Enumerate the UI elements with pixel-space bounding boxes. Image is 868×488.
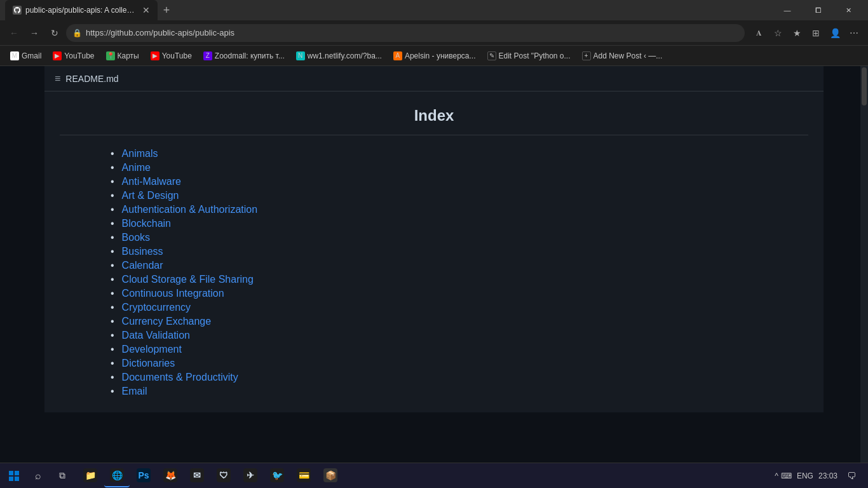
address-bar[interactable]: 🔒 https://github.com/public-apis/public-… bbox=[66, 24, 745, 42]
index-link-5[interactable]: Blockchain bbox=[122, 218, 171, 229]
maximize-button[interactable]: ⧠ bbox=[803, 0, 832, 20]
list-item: Books bbox=[111, 232, 808, 243]
taskbar-search-button[interactable]: ⌕ bbox=[27, 464, 50, 487]
taskbar-apps: 📁🌐Ps🦊✉🛡✈🐦💳📦 bbox=[78, 464, 343, 487]
start-button[interactable] bbox=[3, 464, 25, 487]
taskbar-app-chrome[interactable]: 🌐 bbox=[104, 464, 130, 487]
index-link-11[interactable]: Cryptocurrency bbox=[122, 302, 191, 313]
active-tab[interactable]: public-apis/public-apis: A collec... ✕ bbox=[5, 0, 158, 20]
notification-button[interactable]: 🗨 bbox=[843, 467, 860, 485]
taskbar-app-box[interactable]: 📦 bbox=[318, 464, 343, 487]
title-bar: public-apis/public-apis: A collec... ✕ +… bbox=[0, 0, 868, 20]
taskbar-app-file-explorer[interactable]: 📁 bbox=[78, 464, 103, 487]
back-button[interactable]: ← bbox=[5, 24, 23, 42]
list-item: Email bbox=[111, 386, 808, 397]
list-item: Documents & Productivity bbox=[111, 372, 808, 383]
index-link-15[interactable]: Dictionaries bbox=[122, 358, 175, 369]
list-item: Animals bbox=[111, 148, 808, 159]
index-link-1[interactable]: Anime bbox=[122, 162, 151, 173]
bookmark-label-addnew: Add New Post ‹ —... bbox=[593, 51, 663, 60]
readme-list-icon: ≡ bbox=[55, 73, 60, 85]
index-link-14[interactable]: Development bbox=[122, 344, 182, 355]
bookmark-maps[interactable]: 📍Карты bbox=[101, 48, 144, 64]
bookmark-icon-addnew: + bbox=[582, 51, 591, 60]
bookmark-zoodmall[interactable]: ZZoodmall: купить т... bbox=[198, 48, 290, 64]
bookmark-icon-maps: 📍 bbox=[106, 51, 115, 60]
index-link-10[interactable]: Continuous Integration bbox=[122, 288, 224, 299]
index-link-17[interactable]: Email bbox=[122, 386, 147, 397]
scrollbar[interactable] bbox=[860, 66, 868, 463]
bookmark-icon-youtube1: ▶ bbox=[53, 51, 62, 60]
nav-actions: 𝐀 ☆ ★ ⊞ 👤 ⋯ bbox=[750, 24, 863, 42]
index-link-0[interactable]: Animals bbox=[122, 148, 158, 159]
scrollbar-thumb[interactable] bbox=[862, 67, 867, 105]
bookmark-icon-gmail: M bbox=[10, 51, 19, 60]
index-link-2[interactable]: Anti-Malware bbox=[122, 176, 181, 187]
list-item: Development bbox=[111, 344, 808, 355]
keyboard-icon: ⌨ bbox=[781, 471, 792, 480]
favorites-add-button[interactable]: ☆ bbox=[769, 24, 787, 42]
bookmark-youtube2[interactable]: ▶YouTube bbox=[146, 48, 197, 64]
bookmark-netlify[interactable]: Nww1.netlify.com/?ba... bbox=[291, 48, 387, 64]
taskbar-clock[interactable]: 23:03 bbox=[818, 471, 837, 480]
bookmark-icon-youtube2: ▶ bbox=[151, 51, 159, 60]
readme-header: ≡ README.md bbox=[44, 66, 824, 92]
refresh-button[interactable]: ↻ bbox=[46, 24, 64, 42]
index-link-8[interactable]: Calendar bbox=[122, 260, 163, 271]
app-icon-box: 📦 bbox=[323, 468, 337, 482]
index-link-7[interactable]: Business bbox=[122, 246, 163, 257]
reader-mode-button[interactable]: 𝐀 bbox=[750, 24, 768, 42]
tab-favicon bbox=[13, 6, 22, 15]
taskbar-app-shield[interactable]: 🛡 bbox=[211, 464, 236, 487]
bookmark-label-gmail: Gmail bbox=[22, 51, 41, 60]
main-content: ≡ README.md Index AnimalsAnimeAnti-Malwa… bbox=[0, 66, 868, 463]
taskbar-app-mail[interactable]: ✉ bbox=[184, 464, 210, 487]
lock-icon: 🔒 bbox=[72, 29, 82, 37]
index-link-6[interactable]: Books bbox=[122, 232, 150, 243]
list-item: Dictionaries bbox=[111, 358, 808, 369]
taskbar-app-photoshop[interactable]: Ps bbox=[131, 464, 156, 487]
bookmark-apelsin[interactable]: AApelsin - универса... bbox=[388, 48, 481, 64]
bookmark-icon-editpost: ✎ bbox=[487, 51, 496, 60]
taskbar-app-twitter[interactable]: 🐦 bbox=[264, 464, 290, 487]
index-heading: Index bbox=[60, 107, 808, 125]
close-button[interactable]: ✕ bbox=[834, 0, 863, 20]
index-link-3[interactable]: Art & Design bbox=[122, 190, 179, 201]
taskbar-app-telegram[interactable]: ✈ bbox=[238, 464, 263, 487]
bookmark-label-youtube2: YouTube bbox=[162, 51, 192, 60]
tab-title: public-apis/public-apis: A collec... bbox=[25, 6, 136, 15]
index-link-4[interactable]: Authentication & Authorization bbox=[122, 204, 257, 215]
address-text: https://github.com/public-apis/public-ap… bbox=[86, 28, 738, 37]
minimize-button[interactable]: — bbox=[773, 0, 802, 20]
app-icon-firefox: 🦊 bbox=[163, 468, 177, 482]
settings-button[interactable]: ⋯ bbox=[845, 24, 863, 42]
task-view-button[interactable]: ⧉ bbox=[51, 464, 74, 487]
index-link-9[interactable]: Cloud Storage & File Sharing bbox=[122, 274, 254, 285]
bookmark-addnew[interactable]: +Add New Post ‹ —... bbox=[577, 48, 668, 64]
index-link-13[interactable]: Data Validation bbox=[122, 330, 190, 341]
index-divider bbox=[60, 135, 808, 135]
taskbar-app-firefox[interactable]: 🦊 bbox=[158, 464, 183, 487]
favorites-button[interactable]: ★ bbox=[788, 24, 806, 42]
bookmark-youtube1[interactable]: ▶YouTube bbox=[48, 48, 99, 64]
app-icon-photoshop: Ps bbox=[137, 468, 151, 482]
forward-button[interactable]: → bbox=[25, 24, 43, 42]
list-item: Anti-Malware bbox=[111, 176, 808, 187]
index-link-16[interactable]: Documents & Productivity bbox=[122, 372, 238, 383]
list-item: Calendar bbox=[111, 260, 808, 271]
taskbar-right: ^ ⌨ ENG 23:03 🗨 bbox=[775, 467, 865, 485]
list-item: Anime bbox=[111, 162, 808, 173]
list-item: Blockchain bbox=[111, 218, 808, 229]
new-tab-button[interactable]: + bbox=[158, 1, 175, 19]
list-item: Data Validation bbox=[111, 330, 808, 341]
collections-button[interactable]: ⊞ bbox=[807, 24, 825, 42]
app-icon-shield: 🛡 bbox=[217, 468, 231, 482]
chevron-icon[interactable]: ^ bbox=[775, 471, 778, 480]
profile-button[interactable]: 👤 bbox=[826, 24, 844, 42]
tab-close-button[interactable]: ✕ bbox=[142, 5, 150, 15]
taskbar-app-pay[interactable]: 💳 bbox=[291, 464, 316, 487]
bookmark-gmail[interactable]: MGmail bbox=[5, 48, 46, 64]
index-link-12[interactable]: Currency Exchange bbox=[122, 316, 212, 327]
bookmark-editpost[interactable]: ✎Edit Post "Python o... bbox=[482, 48, 576, 64]
language-indicator: ENG bbox=[797, 471, 813, 480]
